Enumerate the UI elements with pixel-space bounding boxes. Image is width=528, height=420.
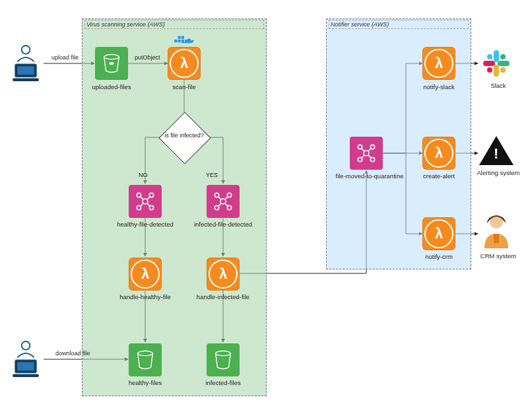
svg-rect-20 — [178, 40, 180, 42]
svg-point-30 — [149, 205, 153, 209]
label-slack: Slack — [462, 82, 528, 89]
lambda-handle-infected: λ — [207, 258, 240, 291]
label-healthy-event: healthy-file-detected — [109, 221, 182, 228]
slack-icon — [480, 48, 512, 79]
svg-rect-47 — [483, 61, 495, 66]
svg-point-35 — [227, 205, 231, 209]
group-title-notifier: Notifier service (AWS) — [329, 20, 469, 29]
edge-upload-label: upload file — [51, 54, 79, 61]
svg-rect-24 — [182, 36, 184, 39]
label-infected-event: infected-file-detected — [187, 221, 259, 228]
svg-point-50 — [500, 67, 506, 73]
label-quarantine-event: file-moved-to-quarantine — [330, 172, 409, 180]
svg-rect-18 — [13, 374, 39, 378]
alert-icon — [479, 136, 513, 165]
label-infected-bucket: infected-files — [187, 379, 259, 386]
svg-point-49 — [500, 54, 506, 59]
group-title-scanner: Virus scanning service (AWS) — [84, 20, 264, 29]
label-uploaded-files: uploaded-files — [75, 83, 148, 90]
svg-point-39 — [358, 145, 362, 149]
lambda-create-alert: λ — [422, 137, 455, 170]
lambda-notify-slack: λ — [422, 47, 455, 80]
label-healthy-bucket: healthy-files — [109, 379, 182, 386]
svg-point-26 — [110, 63, 114, 65]
svg-point-41 — [358, 157, 362, 161]
svg-point-32 — [214, 193, 218, 197]
svg-rect-17 — [17, 363, 34, 371]
svg-rect-21 — [182, 40, 184, 42]
user-computer-icon — [8, 339, 44, 379]
svg-rect-44 — [494, 50, 499, 62]
label-no: NO — [139, 172, 148, 178]
svg-point-29 — [137, 205, 141, 209]
svg-point-33 — [227, 193, 231, 197]
s3-infected-files — [207, 343, 240, 376]
user-computer-icon — [8, 44, 44, 83]
label-decision: is file infected? — [161, 132, 207, 139]
svg-point-11 — [22, 46, 30, 54]
svg-point-42 — [370, 157, 374, 161]
actor-downloader — [8, 339, 44, 379]
svg-rect-45 — [498, 61, 510, 66]
svg-rect-46 — [494, 65, 499, 77]
svg-point-37 — [138, 351, 153, 356]
svg-point-34 — [214, 205, 218, 209]
svg-rect-53 — [494, 234, 499, 243]
label-handle-healthy: handle-healthy-file — [109, 293, 182, 300]
svg-point-28 — [149, 193, 153, 197]
label-yes: YES — [206, 172, 218, 178]
svg-rect-23 — [178, 36, 180, 39]
docker-icon — [173, 33, 195, 48]
label-crm: CRM system — [462, 252, 528, 260]
label-handle-infected: handle-infected-file — [187, 293, 259, 300]
svg-rect-14 — [13, 79, 39, 82]
lambda-handle-healthy: λ — [129, 258, 162, 291]
crm-user-icon — [480, 213, 512, 250]
svg-rect-13 — [17, 67, 34, 75]
edge-putobject-label: putObject — [135, 54, 160, 61]
svg-rect-19 — [174, 40, 177, 42]
label-scan-file: scan-file — [148, 83, 220, 90]
s3-healthy-files — [129, 343, 162, 376]
svg-point-48 — [487, 54, 492, 59]
eventbridge-quarantine — [350, 137, 383, 170]
svg-point-25 — [104, 55, 119, 59]
svg-point-38 — [216, 351, 231, 356]
svg-point-15 — [22, 341, 30, 350]
architecture-diagram: Virus scanning service (AWS) Notifier se… — [0, 0, 528, 420]
svg-point-27 — [137, 193, 141, 197]
eventbridge-healthy-detected — [129, 185, 162, 218]
lambda-scan-file: λ — [168, 47, 201, 80]
edge-download-label: download file — [55, 350, 90, 357]
lambda-notify-crm: λ — [422, 217, 455, 250]
svg-point-40 — [370, 145, 374, 149]
s3-uploaded-files — [95, 47, 128, 80]
label-alerting: Alerting system — [462, 169, 528, 176]
actor-uploader — [8, 44, 44, 83]
eventbridge-infected-detected — [207, 185, 240, 218]
svg-point-51 — [487, 67, 492, 73]
